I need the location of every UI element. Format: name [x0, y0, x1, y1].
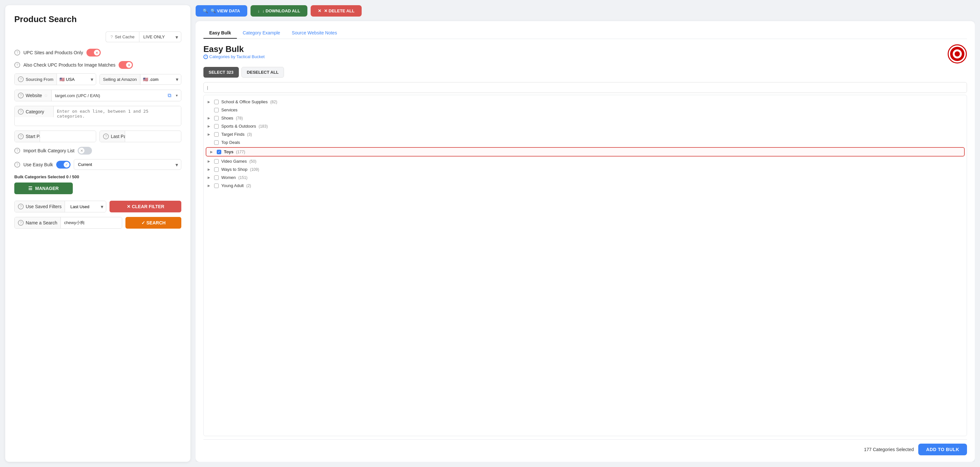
- select-deselect-row: SELECT 323 DESELECT ALL: [204, 67, 967, 78]
- list-item[interactable]: ▶ Target Finds (3): [204, 130, 967, 138]
- sourcing-from-label-cell: ? Sourcing From: [14, 74, 57, 85]
- saved-filters-row: ? Use Saved Filters Last Used Saved 1 ✕ …: [14, 201, 181, 212]
- selling-at-block: Selling at Amazon 🇺🇸 .com 🇬🇧 .co.uk: [99, 74, 181, 85]
- category-count: (109): [250, 167, 259, 172]
- category-name: Target Finds: [221, 132, 245, 137]
- chevron-right-icon: ▶: [208, 159, 212, 163]
- target-logo: [948, 44, 967, 64]
- easy-bulk-select[interactable]: Current All: [74, 159, 181, 170]
- category-checkbox[interactable]: [214, 108, 219, 112]
- name-search-input[interactable]: [61, 218, 122, 228]
- left-panel: Product Search ? Set Cache LIVE ONLY CAC…: [5, 5, 191, 462]
- easy-bulk-left: Easy Bulk ? Categories by Tactical Bucke…: [204, 44, 264, 64]
- selling-select[interactable]: 🇺🇸 .com 🇬🇧 .co.uk: [140, 75, 181, 84]
- start-page-help-icon[interactable]: ?: [18, 133, 24, 139]
- last-page-input[interactable]: [125, 132, 181, 141]
- tab-easy-bulk[interactable]: Easy Bulk: [204, 28, 237, 39]
- name-search-help-icon[interactable]: ?: [18, 220, 24, 226]
- category-count: (50): [250, 159, 256, 164]
- upc-sites-help-icon[interactable]: ?: [14, 50, 20, 56]
- add-to-bulk-button[interactable]: ADD TO BULK: [918, 444, 967, 455]
- name-search-row: ? Name a Search ✓ SEARCH: [14, 217, 181, 229]
- import-bulk-help-icon[interactable]: ?: [14, 148, 20, 154]
- use-easy-bulk-toggle[interactable]: ✓: [56, 161, 70, 168]
- website-input[interactable]: [52, 91, 181, 101]
- category-checkbox[interactable]: [214, 140, 219, 145]
- category-name: Ways to Shop: [221, 167, 247, 172]
- deselect-all-button[interactable]: DESELECT ALL: [242, 67, 284, 78]
- website-dropdown-icon[interactable]: ▾: [176, 93, 178, 98]
- last-page-help-icon[interactable]: ?: [103, 133, 109, 139]
- list-item[interactable]: ▶ Shoes (78): [204, 114, 967, 122]
- tab-source-website-notes[interactable]: Source Website Notes: [286, 28, 343, 39]
- manager-list-icon: ☰: [28, 186, 32, 191]
- clear-filter-button[interactable]: ✕ CLEAR FILTER: [110, 201, 181, 212]
- selected-count-label: 177 Categories Selected: [864, 447, 914, 452]
- cache-select-wrapper: LIVE ONLY CACHED ALL: [139, 32, 181, 42]
- website-input-wrap: ⧉ ▾: [52, 91, 181, 101]
- category-checkbox[interactable]: [214, 159, 219, 164]
- upc-sites-toggle[interactable]: ✕: [86, 49, 101, 57]
- category-textarea[interactable]: [54, 106, 181, 125]
- saved-filters-select-wrap: Last Used Saved 1: [67, 202, 106, 212]
- category-checkbox[interactable]: [214, 175, 219, 180]
- manager-button[interactable]: ☰ MANAGER: [14, 183, 73, 194]
- chevron-right-icon: ▶: [208, 100, 212, 103]
- set-cache-button[interactable]: ? Set Cache: [106, 32, 139, 42]
- search-button[interactable]: ✓ SEARCH: [126, 217, 181, 229]
- delete-all-button[interactable]: ✕ ✕ DELETE ALL: [311, 5, 362, 17]
- list-item[interactable]: ▶ School & Office Supplies (82): [204, 98, 967, 106]
- saved-filters-help-icon[interactable]: ?: [18, 203, 24, 210]
- upc-image-help-icon[interactable]: ?: [14, 62, 20, 68]
- website-copy-icon[interactable]: ⧉: [168, 92, 171, 98]
- list-item[interactable]: Top Deals: [204, 138, 967, 146]
- category-count: (3): [247, 132, 252, 137]
- category-name: Young Adult: [221, 183, 244, 188]
- help-circle-small-icon: ?: [204, 54, 208, 59]
- category-checkbox[interactable]: [214, 183, 219, 188]
- list-item[interactable]: Services: [204, 106, 967, 114]
- category-search-input[interactable]: [207, 84, 963, 91]
- chevron-right-icon: ▶: [210, 150, 214, 154]
- list-item[interactable]: ▶ Video Games (50): [204, 157, 967, 165]
- category-checkbox[interactable]: [214, 132, 219, 137]
- saved-filters-select[interactable]: Last Used Saved 1: [67, 202, 106, 212]
- category-checkbox[interactable]: [214, 167, 219, 172]
- category-checkbox[interactable]: [214, 116, 219, 121]
- delete-icon: ✕: [318, 8, 321, 13]
- right-panel: 🔍 🔍 VIEW DATA ↓ ↓ DOWNLOAD ALL ✕ ✕ DELET…: [196, 5, 975, 462]
- categories-by-link[interactable]: ? Categories by Tactical Bucket: [204, 54, 264, 59]
- chevron-right-icon: ▶: [208, 184, 212, 187]
- last-page-label: ? Last Page: [100, 131, 125, 142]
- view-data-button[interactable]: 🔍 🔍 VIEW DATA: [196, 5, 247, 17]
- category-checkbox-toys[interactable]: ✓: [217, 150, 221, 154]
- list-item-toys[interactable]: ▶ ✓ Toys (177): [206, 147, 965, 157]
- category-help-icon[interactable]: ?: [18, 109, 24, 114]
- list-item[interactable]: ▶ Sports & Outdoors (183): [204, 122, 967, 130]
- list-item[interactable]: ▶ Ways to Shop (109): [204, 165, 967, 173]
- page-title: Product Search: [14, 14, 181, 24]
- tab-category-example[interactable]: Category Example: [237, 28, 286, 39]
- category-checkbox[interactable]: [214, 124, 219, 129]
- upc-image-toggle[interactable]: ✕: [119, 61, 133, 69]
- search-icon: 🔍: [203, 8, 208, 13]
- sourcing-from-block: ? Sourcing From 🇺🇸 USA 🇬🇧 UK: [14, 73, 96, 85]
- select-323-button[interactable]: SELECT 323: [204, 67, 239, 78]
- import-bulk-toggle[interactable]: ✕: [78, 147, 92, 154]
- website-help-icon[interactable]: ?: [18, 92, 24, 98]
- bulk-categories-label: Bulk Categories Selected 0 / 500: [14, 175, 181, 179]
- list-item[interactable]: ▶ Young Adult (2): [204, 181, 967, 190]
- category-count: (151): [239, 175, 248, 180]
- name-search-block: ? Name a Search: [14, 217, 122, 229]
- use-easy-bulk-help-icon[interactable]: ?: [14, 162, 20, 168]
- sourcing-select[interactable]: 🇺🇸 USA 🇬🇧 UK: [57, 75, 96, 84]
- start-page-input[interactable]: [40, 132, 96, 141]
- category-checkbox[interactable]: [214, 100, 219, 104]
- sourcing-help-icon[interactable]: ?: [18, 76, 24, 82]
- chevron-right-icon: ▶: [208, 116, 212, 120]
- website-star-icon[interactable]: ☆: [44, 93, 48, 98]
- upc-image-row: ? Also Check UPC Products for Image Matc…: [14, 61, 181, 69]
- download-all-button[interactable]: ↓ ↓ DOWNLOAD ALL: [251, 5, 307, 17]
- list-item[interactable]: ▶ Women (151): [204, 173, 967, 181]
- cache-select[interactable]: LIVE ONLY CACHED ALL: [139, 32, 181, 42]
